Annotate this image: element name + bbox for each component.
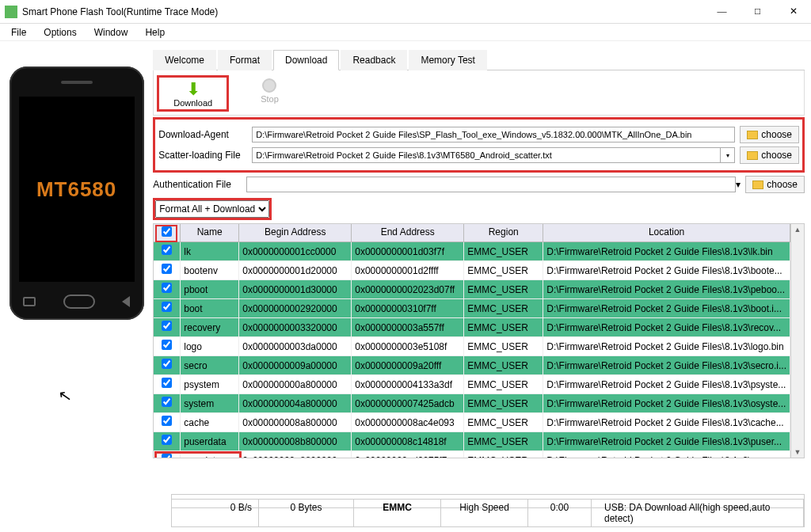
row-checkbox[interactable] bbox=[162, 416, 172, 426]
table-row[interactable]: secro0x0000000009a000000x0000000009a20ff… bbox=[154, 356, 790, 375]
cell-end: 0x0000000002023d07ff bbox=[352, 280, 464, 299]
cell-region: EMMC_USER bbox=[464, 451, 543, 458]
app-icon bbox=[5, 6, 17, 18]
cell-name: psystem bbox=[181, 375, 239, 394]
cell-begin: 0x0000000003da0000 bbox=[239, 337, 352, 356]
cell-begin: 0x0000000003320000 bbox=[239, 318, 352, 337]
scroll-down-icon[interactable]: ▼ bbox=[794, 448, 801, 456]
close-button[interactable]: ✕ bbox=[775, 0, 811, 23]
download-button[interactable]: ⬇ Download bbox=[157, 75, 229, 112]
minimize-button[interactable]: — bbox=[704, 0, 740, 23]
table-row[interactable]: logo0x0000000003da00000x0000000003e5108f… bbox=[154, 337, 790, 356]
cell-region: EMMC_USER bbox=[464, 356, 543, 375]
maximize-button[interactable]: □ bbox=[740, 0, 775, 23]
cell-name: lk bbox=[181, 242, 239, 261]
tab-format[interactable]: Format bbox=[218, 50, 272, 70]
col-location[interactable]: Location bbox=[543, 224, 790, 241]
cell-location: D:\Firmware\Retroid Pocket 2 Guide Files… bbox=[543, 356, 790, 375]
window-title: Smart Phone Flash Tool(Runtime Trace Mod… bbox=[22, 6, 704, 17]
table-row[interactable]: boot0x00000000029200000x00000000310f7ffE… bbox=[154, 299, 790, 318]
cell-end: 0x0000000008ac4e093 bbox=[352, 413, 464, 432]
tab-welcome[interactable]: Welcome bbox=[153, 50, 216, 70]
row-checkbox[interactable] bbox=[162, 435, 172, 445]
row-checkbox[interactable] bbox=[162, 378, 172, 388]
partition-grid: Name Begin Address End Address Region Lo… bbox=[153, 223, 805, 458]
da-path-input[interactable] bbox=[252, 127, 735, 142]
status-storage: EMMC bbox=[354, 500, 441, 526]
auth-path-input[interactable] bbox=[246, 177, 736, 192]
table-row[interactable]: recovery0x00000000033200000x0000000003a5… bbox=[154, 318, 790, 337]
row-checkbox[interactable] bbox=[162, 340, 172, 350]
cell-begin: 0x000000008a800000 bbox=[239, 413, 352, 432]
cell-end: 0x0000000003e5108f bbox=[352, 337, 464, 356]
choose-auth-button[interactable]: choose bbox=[745, 176, 805, 193]
folder-icon bbox=[747, 151, 758, 160]
cell-region: EMMC_USER bbox=[464, 394, 543, 413]
cell-end: 0x0000000004133a3df bbox=[352, 375, 464, 394]
menu-file[interactable]: File bbox=[3, 25, 34, 40]
table-row[interactable]: psystem0x000000000a8000000x0000000004133… bbox=[154, 375, 790, 394]
menu-window[interactable]: Window bbox=[86, 25, 136, 40]
cell-region: EMMC_USER bbox=[464, 375, 543, 394]
row-checkbox[interactable] bbox=[162, 302, 172, 312]
table-row[interactable]: puserdata0x000000008b8000000x000000008c1… bbox=[154, 432, 790, 451]
cell-region: EMMC_USER bbox=[464, 318, 543, 337]
col-begin[interactable]: Begin Address bbox=[239, 224, 352, 241]
col-end[interactable]: End Address bbox=[352, 224, 464, 241]
row-checkbox[interactable] bbox=[162, 397, 172, 407]
cell-region: EMMC_USER bbox=[464, 280, 543, 299]
cell-region: EMMC_USER bbox=[464, 337, 543, 356]
table-row[interactable]: lk0x0000000001cc00000x0000000001d03f7fEM… bbox=[154, 242, 790, 261]
table-row[interactable]: pboot0x0000000001d300000x0000000002023d0… bbox=[154, 280, 790, 299]
cell-end: 0x00000000310f7ff bbox=[352, 299, 464, 318]
cell-name: boot bbox=[181, 299, 239, 318]
row-checkbox[interactable] bbox=[162, 359, 172, 369]
col-name[interactable]: Name bbox=[181, 224, 239, 241]
table-row[interactable]: cache0x000000008a8000000x0000000008ac4e0… bbox=[154, 413, 790, 432]
stop-label: Stop bbox=[261, 94, 279, 104]
tab-download[interactable]: Download bbox=[273, 50, 339, 70]
status-speed: High Speed bbox=[441, 500, 528, 526]
vertical-scrollbar[interactable]: ▲ ▼ bbox=[790, 224, 804, 458]
file-config-group: Download-Agent choose Scatter-loading Fi… bbox=[153, 117, 805, 173]
cell-location: D:\Firmware\Retroid Pocket 2 Guide Files… bbox=[543, 413, 790, 432]
col-region[interactable]: Region bbox=[464, 224, 543, 241]
status-bytes: 0 Bytes bbox=[259, 500, 354, 526]
table-row[interactable]: bootenv0x0000000001d200000x0000000001d2f… bbox=[154, 261, 790, 280]
table-row[interactable]: system0x000000004a8000000x0000000007425a… bbox=[154, 394, 790, 413]
cell-begin: 0x0000000009a00000 bbox=[239, 356, 352, 375]
folder-icon bbox=[752, 180, 763, 189]
cell-location: D:\Firmware\Retroid Pocket 2 Guide Files… bbox=[543, 299, 790, 318]
phone-mockup: BM MT6580 bbox=[10, 66, 144, 320]
cell-end: 0x00000000ad9075f7 bbox=[352, 451, 464, 458]
menu-options[interactable]: Options bbox=[36, 25, 84, 40]
scatter-label: Scatter-loading File bbox=[158, 150, 252, 161]
choose-scatter-button[interactable]: choose bbox=[740, 146, 799, 164]
cell-begin: 0x0000000001d30000 bbox=[239, 280, 352, 299]
scatter-path-input[interactable] bbox=[252, 147, 721, 163]
tab-memory-test[interactable]: Memory Test bbox=[409, 50, 486, 70]
tab-readback[interactable]: Readback bbox=[341, 50, 407, 70]
cell-location: D:\Firmware\Retroid Pocket 2 Guide Files… bbox=[543, 242, 790, 261]
cell-region: EMMC_USER bbox=[464, 413, 543, 432]
row-checkbox[interactable] bbox=[162, 245, 172, 255]
row-checkbox[interactable] bbox=[162, 264, 172, 274]
stop-button[interactable]: Stop bbox=[261, 78, 279, 104]
table-row[interactable]: userdata0x00000000a88000000x00000000ad90… bbox=[154, 451, 790, 458]
operation-select[interactable]: Format All + Download bbox=[155, 200, 269, 218]
titlebar: Smart Phone Flash Tool(Runtime Trace Mod… bbox=[0, 0, 811, 24]
cell-location: D:\Firmware\Retroid Pocket 2 Guide Files… bbox=[543, 318, 790, 337]
row-checkbox[interactable] bbox=[162, 283, 172, 293]
cell-location: D:\Firmware\Retroid Pocket 2 Guide Files… bbox=[543, 337, 790, 356]
phone-preview-pane: BM MT6580 bbox=[0, 43, 153, 532]
grid-header: Name Begin Address End Address Region Lo… bbox=[154, 224, 790, 242]
scroll-up-icon[interactable]: ▲ bbox=[794, 226, 801, 234]
auth-dropdown-icon[interactable]: ▾ bbox=[736, 179, 741, 190]
cell-location: D:\Firmware\Retroid Pocket 2 Guide Files… bbox=[543, 394, 790, 413]
menu-help[interactable]: Help bbox=[137, 25, 173, 40]
scatter-dropdown-icon[interactable]: ▾ bbox=[721, 147, 735, 163]
status-time: 0:00 bbox=[528, 500, 592, 526]
cell-location: D:\Firmware\Retroid Pocket 2 Guide Files… bbox=[543, 432, 790, 451]
choose-da-button[interactable]: choose bbox=[740, 126, 799, 143]
row-checkbox[interactable] bbox=[162, 321, 172, 331]
